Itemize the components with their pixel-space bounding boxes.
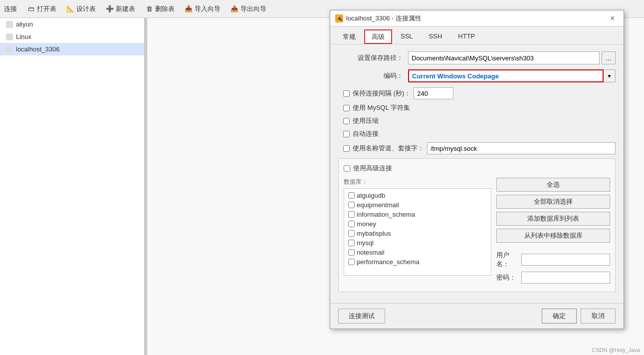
db-item-notesmail[interactable]: notesmail xyxy=(346,248,489,257)
password-input[interactable] xyxy=(521,272,610,284)
db-item-mysql[interactable]: mysql xyxy=(346,238,489,248)
use-advanced-checkbox[interactable] xyxy=(344,165,350,172)
db-checkbox-mysql[interactable] xyxy=(348,240,355,246)
tab-http-label: HTTP xyxy=(458,32,475,40)
db-label-equipmentmail: equipmentmail xyxy=(357,201,399,209)
compression-row: 使用压缩 xyxy=(343,116,616,125)
dialog-close-button[interactable]: × xyxy=(607,12,619,24)
browse-icon: ... xyxy=(606,54,612,62)
encoding-dropdown-button[interactable]: ▼ xyxy=(604,69,616,82)
test-connection-button[interactable]: 连接测试 xyxy=(338,309,385,324)
save-path-label: 设置保存路径： xyxy=(338,53,408,62)
db-checkbox-notesmail[interactable] xyxy=(348,249,355,256)
deselect-all-button[interactable]: 全部取消选择 xyxy=(496,195,610,209)
db-checkbox-atguigudb[interactable] xyxy=(348,192,355,199)
db-label-money: money xyxy=(357,220,376,228)
watermark: CSDN @Holy_Java xyxy=(592,347,640,353)
encoding-row: 编码： ▼ xyxy=(338,69,616,82)
keep-alive-label: 保持连接间隔 (秒)： xyxy=(353,89,411,98)
password-label: 密码： xyxy=(496,273,521,282)
add-db-button[interactable]: 添加数据库到列表 xyxy=(496,212,610,226)
dialog-title-text: localhost_3306 - 连接属性 xyxy=(346,14,422,23)
db-checkbox-money[interactable] xyxy=(348,221,355,227)
databases-panel: 数据库： atguigudb equipmentmail xyxy=(344,178,491,287)
tab-general[interactable]: 常规 xyxy=(335,29,363,44)
tab-general-label: 常规 xyxy=(343,33,356,40)
db-label-atguigudb: atguigudb xyxy=(357,192,385,199)
compression-label: 使用压缩 xyxy=(353,116,379,125)
keep-alive-input[interactable] xyxy=(414,87,453,99)
tab-ssh[interactable]: SSH xyxy=(422,29,450,44)
db-item-money[interactable]: money xyxy=(346,219,489,229)
remove-db-label: 从列表中移除数据库 xyxy=(524,232,583,239)
db-item-information-schema[interactable]: information_schema xyxy=(346,210,489,219)
username-input[interactable] xyxy=(521,254,610,266)
tab-ssh-label: SSH xyxy=(429,32,442,40)
footer-left: 连接测试 xyxy=(338,309,385,324)
browse-button[interactable]: ... xyxy=(602,51,616,64)
connection-properties-dialog: 🔌 localhost_3306 - 连接属性 × 常规 高级 SSL SSH … xyxy=(330,10,624,329)
tab-http[interactable]: HTTP xyxy=(450,29,482,44)
advanced-header: 使用高级连接 xyxy=(344,164,610,173)
save-path-row: 设置保存路径： ... xyxy=(338,51,616,64)
keep-alive-row: 保持连接间隔 (秒)： xyxy=(343,87,616,99)
databases-list[interactable]: atguigudb equipmentmail information_sche… xyxy=(344,188,491,276)
db-checkbox-information-schema[interactable] xyxy=(348,211,355,218)
db-label-mysql: mysql xyxy=(357,239,374,247)
db-actions: 全选 全部取消选择 添加数据库到列表 从列表中移除数据库 xyxy=(496,178,610,287)
user-fields: 用户名： 密码： xyxy=(496,251,610,287)
save-path-field-container: ... xyxy=(408,51,616,64)
named-pipe-input[interactable] xyxy=(427,142,616,154)
keep-alive-checkbox[interactable] xyxy=(343,90,350,97)
ok-button[interactable]: 确定 xyxy=(542,309,577,324)
cancel-button[interactable]: 取消 xyxy=(581,309,616,324)
auto-connect-label: 自动连接 xyxy=(353,129,379,138)
db-label-mybatisplus: mybatisplus xyxy=(357,230,391,237)
save-path-input[interactable] xyxy=(408,51,600,64)
db-item-atguigudb[interactable]: atguigudb xyxy=(346,191,489,200)
mysql-charset-checkbox[interactable] xyxy=(343,105,350,111)
tab-ssl[interactable]: SSL xyxy=(393,29,421,44)
encoding-input[interactable] xyxy=(408,69,604,82)
test-connection-label: 连接测试 xyxy=(349,312,375,320)
advanced-section: 使用高级连接 数据库： atguigudb equipmentmai xyxy=(338,158,616,292)
compression-checkbox[interactable] xyxy=(343,118,350,124)
tab-ssl-label: SSL xyxy=(401,32,413,40)
dialog-backdrop: 🔌 localhost_3306 - 连接属性 × 常规 高级 SSL SSH … xyxy=(0,0,644,355)
username-label: 用户名： xyxy=(496,251,521,269)
dialog-title-icon: 🔌 xyxy=(335,14,343,22)
db-label-information-schema: information_schema xyxy=(357,211,415,218)
tab-advanced[interactable]: 高级 xyxy=(364,29,392,44)
dialog-titlebar: 🔌 localhost_3306 - 连接属性 × xyxy=(330,10,624,26)
deselect-all-label: 全部取消选择 xyxy=(534,198,573,205)
databases-layout: 数据库： atguigudb equipmentmail xyxy=(344,178,610,287)
cancel-label: 取消 xyxy=(592,312,605,320)
auto-connect-row: 自动连接 xyxy=(343,129,616,138)
db-label-notesmail: notesmail xyxy=(357,249,385,256)
db-item-performance-schema[interactable]: performance_schema xyxy=(346,257,489,267)
db-item-mybatisplus[interactable]: mybatisplus xyxy=(346,229,489,238)
dialog-footer: 连接测试 确定 取消 xyxy=(330,303,624,329)
tab-advanced-label: 高级 xyxy=(372,33,385,40)
add-db-label: 添加数据库到列表 xyxy=(527,215,579,222)
select-all-label: 全选 xyxy=(547,181,560,188)
db-checkbox-performance-schema[interactable] xyxy=(348,259,355,265)
mysql-charset-row: 使用 MySQL 字符集 xyxy=(343,103,616,112)
close-icon: × xyxy=(610,14,615,23)
mysql-charset-label: 使用 MySQL 字符集 xyxy=(353,103,410,112)
remove-db-button[interactable]: 从列表中移除数据库 xyxy=(496,229,610,243)
named-pipe-checkbox[interactable] xyxy=(343,145,350,152)
select-all-button[interactable]: 全选 xyxy=(496,178,610,192)
db-checkbox-mybatisplus[interactable] xyxy=(348,230,355,237)
watermark-text: CSDN @Holy_Java xyxy=(592,347,640,353)
username-row: 用户名： xyxy=(496,251,610,269)
dialog-tabs: 常规 高级 SSL SSH HTTP xyxy=(330,26,624,44)
encoding-select-container: ▼ xyxy=(408,69,616,82)
footer-right: 确定 取消 xyxy=(542,309,616,324)
dialog-body: 设置保存路径： ... 编码： ▼ xyxy=(330,44,624,303)
use-advanced-label: 使用高级连接 xyxy=(353,164,392,173)
password-row: 密码： xyxy=(496,272,610,284)
auto-connect-checkbox[interactable] xyxy=(343,131,350,137)
db-item-equipmentmail[interactable]: equipmentmail xyxy=(346,200,489,210)
db-checkbox-equipmentmail[interactable] xyxy=(348,202,355,208)
